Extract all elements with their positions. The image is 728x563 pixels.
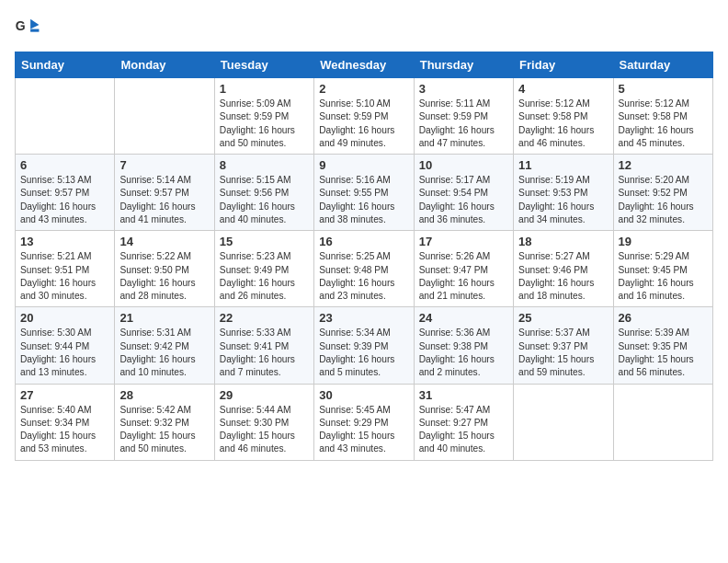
day-header-sunday: Sunday — [16, 52, 115, 78]
day-content: Sunrise: 5:16 AM Sunset: 9:55 PM Dayligh… — [319, 174, 408, 226]
day-number: 25 — [518, 311, 608, 325]
calendar-cell: 28Sunrise: 5:42 AM Sunset: 9:32 PM Dayli… — [115, 384, 214, 460]
calendar-cell: 15Sunrise: 5:23 AM Sunset: 9:49 PM Dayli… — [214, 231, 313, 307]
day-number: 31 — [419, 388, 508, 402]
day-content: Sunrise: 5:21 AM Sunset: 9:51 PM Dayligh… — [20, 250, 109, 303]
day-header-tuesday: Tuesday — [214, 52, 313, 78]
calendar-cell: 13Sunrise: 5:21 AM Sunset: 9:51 PM Dayli… — [16, 231, 115, 307]
day-number: 8 — [220, 158, 309, 172]
day-content: Sunrise: 5:44 AM Sunset: 9:30 PM Dayligh… — [220, 404, 309, 456]
logo: G — [15, 15, 44, 40]
page-header: G — [15, 15, 713, 40]
calendar-cell: 2Sunrise: 5:10 AM Sunset: 9:59 PM Daylig… — [314, 78, 414, 155]
calendar-cell: 22Sunrise: 5:33 AM Sunset: 9:41 PM Dayli… — [214, 307, 313, 384]
day-header-monday: Monday — [115, 52, 214, 78]
day-content: Sunrise: 5:37 AM Sunset: 9:37 PM Dayligh… — [518, 327, 608, 379]
calendar-cell: 4Sunrise: 5:12 AM Sunset: 9:58 PM Daylig… — [514, 78, 613, 155]
day-number: 27 — [20, 388, 109, 402]
calendar-week-row: 13Sunrise: 5:21 AM Sunset: 9:51 PM Dayli… — [16, 231, 713, 307]
calendar-cell: 11Sunrise: 5:19 AM Sunset: 9:53 PM Dayli… — [514, 155, 613, 231]
calendar-cell: 7Sunrise: 5:14 AM Sunset: 9:57 PM Daylig… — [115, 155, 214, 231]
calendar-cell: 21Sunrise: 5:31 AM Sunset: 9:42 PM Dayli… — [115, 307, 214, 384]
day-number: 4 — [518, 82, 608, 96]
day-number: 20 — [20, 311, 109, 325]
calendar-cell — [613, 384, 712, 460]
day-number: 10 — [419, 158, 508, 172]
day-content: Sunrise: 5:39 AM Sunset: 9:35 PM Dayligh… — [619, 327, 708, 379]
calendar-week-row: 1Sunrise: 5:09 AM Sunset: 9:59 PM Daylig… — [16, 78, 713, 155]
calendar-cell: 31Sunrise: 5:47 AM Sunset: 9:27 PM Dayli… — [414, 384, 513, 460]
day-number: 7 — [119, 158, 209, 172]
calendar-week-row: 20Sunrise: 5:30 AM Sunset: 9:44 PM Dayli… — [16, 307, 713, 384]
day-content: Sunrise: 5:34 AM Sunset: 9:39 PM Dayligh… — [319, 327, 408, 379]
day-content: Sunrise: 5:29 AM Sunset: 9:45 PM Dayligh… — [619, 250, 708, 303]
calendar-cell: 27Sunrise: 5:40 AM Sunset: 9:34 PM Dayli… — [16, 384, 115, 460]
day-header-saturday: Saturday — [613, 52, 712, 78]
calendar-cell — [16, 78, 115, 155]
day-number: 30 — [319, 388, 408, 402]
day-content: Sunrise: 5:30 AM Sunset: 9:44 PM Dayligh… — [20, 327, 109, 379]
calendar-table: SundayMondayTuesdayWednesdayThursdayFrid… — [15, 52, 713, 461]
day-content: Sunrise: 5:22 AM Sunset: 9:50 PM Dayligh… — [119, 250, 209, 303]
day-content: Sunrise: 5:11 AM Sunset: 9:59 PM Dayligh… — [419, 98, 508, 150]
calendar-cell: 19Sunrise: 5:29 AM Sunset: 9:45 PM Dayli… — [613, 231, 712, 307]
svg-rect-3 — [30, 29, 39, 32]
calendar-cell: 17Sunrise: 5:26 AM Sunset: 9:47 PM Dayli… — [414, 231, 513, 307]
day-content: Sunrise: 5:09 AM Sunset: 9:59 PM Dayligh… — [220, 98, 309, 150]
calendar-cell: 12Sunrise: 5:20 AM Sunset: 9:52 PM Dayli… — [613, 155, 712, 231]
day-content: Sunrise: 5:19 AM Sunset: 9:53 PM Dayligh… — [518, 174, 608, 226]
calendar-cell: 6Sunrise: 5:13 AM Sunset: 9:57 PM Daylig… — [16, 155, 115, 231]
day-number: 1 — [220, 82, 309, 96]
day-number: 24 — [419, 311, 508, 325]
day-content: Sunrise: 5:33 AM Sunset: 9:41 PM Dayligh… — [220, 327, 309, 379]
calendar-cell: 9Sunrise: 5:16 AM Sunset: 9:55 PM Daylig… — [314, 155, 414, 231]
day-number: 23 — [319, 311, 408, 325]
day-content: Sunrise: 5:23 AM Sunset: 9:49 PM Dayligh… — [220, 250, 309, 303]
day-number: 28 — [119, 388, 209, 402]
day-number: 26 — [619, 311, 708, 325]
calendar-cell: 24Sunrise: 5:36 AM Sunset: 9:38 PM Dayli… — [414, 307, 513, 384]
calendar-cell: 14Sunrise: 5:22 AM Sunset: 9:50 PM Dayli… — [115, 231, 214, 307]
day-number: 9 — [319, 158, 408, 172]
day-header-friday: Friday — [514, 52, 613, 78]
calendar-cell: 16Sunrise: 5:25 AM Sunset: 9:48 PM Dayli… — [314, 231, 414, 307]
day-number: 14 — [119, 235, 209, 248]
calendar-cell: 29Sunrise: 5:44 AM Sunset: 9:30 PM Dayli… — [214, 384, 313, 460]
day-content: Sunrise: 5:14 AM Sunset: 9:57 PM Dayligh… — [119, 174, 209, 226]
day-number: 22 — [220, 311, 309, 325]
calendar-cell: 25Sunrise: 5:37 AM Sunset: 9:37 PM Dayli… — [514, 307, 613, 384]
day-number: 5 — [619, 82, 708, 96]
calendar-cell — [115, 78, 214, 155]
calendar-cell: 5Sunrise: 5:12 AM Sunset: 9:58 PM Daylig… — [613, 78, 712, 155]
day-content: Sunrise: 5:12 AM Sunset: 9:58 PM Dayligh… — [619, 98, 708, 150]
day-content: Sunrise: 5:26 AM Sunset: 9:47 PM Dayligh… — [419, 250, 508, 303]
day-content: Sunrise: 5:42 AM Sunset: 9:32 PM Dayligh… — [119, 404, 209, 456]
calendar-week-row: 6Sunrise: 5:13 AM Sunset: 9:57 PM Daylig… — [16, 155, 713, 231]
day-content: Sunrise: 5:45 AM Sunset: 9:29 PM Dayligh… — [319, 404, 408, 456]
calendar-week-row: 27Sunrise: 5:40 AM Sunset: 9:34 PM Dayli… — [16, 384, 713, 460]
day-number: 17 — [419, 235, 508, 248]
day-content: Sunrise: 5:12 AM Sunset: 9:58 PM Dayligh… — [518, 98, 608, 150]
calendar-cell: 3Sunrise: 5:11 AM Sunset: 9:59 PM Daylig… — [414, 78, 513, 155]
day-number: 6 — [20, 158, 109, 172]
day-content: Sunrise: 5:27 AM Sunset: 9:46 PM Dayligh… — [518, 250, 608, 303]
calendar-cell: 26Sunrise: 5:39 AM Sunset: 9:35 PM Dayli… — [613, 307, 712, 384]
day-content: Sunrise: 5:15 AM Sunset: 9:56 PM Dayligh… — [220, 174, 309, 226]
day-content: Sunrise: 5:20 AM Sunset: 9:52 PM Dayligh… — [619, 174, 708, 226]
day-content: Sunrise: 5:36 AM Sunset: 9:38 PM Dayligh… — [419, 327, 508, 379]
calendar-cell: 8Sunrise: 5:15 AM Sunset: 9:56 PM Daylig… — [214, 155, 313, 231]
calendar-cell: 30Sunrise: 5:45 AM Sunset: 9:29 PM Dayli… — [314, 384, 414, 460]
day-number: 3 — [419, 82, 508, 96]
day-number: 18 — [518, 235, 608, 248]
day-header-thursday: Thursday — [414, 52, 513, 78]
calendar-cell — [514, 384, 613, 460]
calendar-cell: 23Sunrise: 5:34 AM Sunset: 9:39 PM Dayli… — [314, 307, 414, 384]
day-content: Sunrise: 5:17 AM Sunset: 9:54 PM Dayligh… — [419, 174, 508, 226]
logo-icon: G — [15, 15, 40, 40]
calendar-cell: 18Sunrise: 5:27 AM Sunset: 9:46 PM Dayli… — [514, 231, 613, 307]
day-number: 29 — [220, 388, 309, 402]
day-content: Sunrise: 5:25 AM Sunset: 9:48 PM Dayligh… — [319, 250, 408, 303]
calendar-header-row: SundayMondayTuesdayWednesdayThursdayFrid… — [16, 52, 713, 78]
svg-text:G: G — [16, 18, 26, 33]
day-content: Sunrise: 5:13 AM Sunset: 9:57 PM Dayligh… — [20, 174, 109, 226]
